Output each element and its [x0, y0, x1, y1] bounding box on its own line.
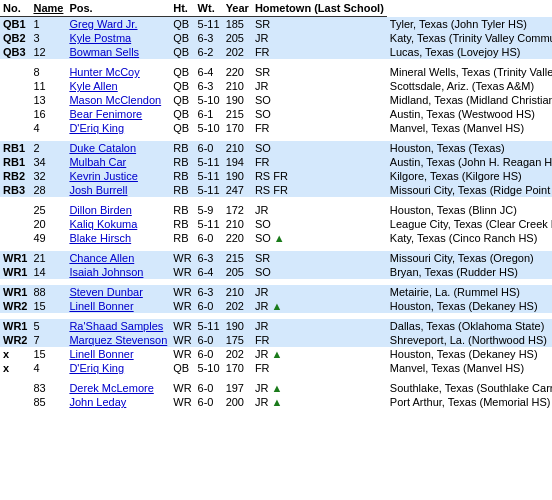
player-height: 5-11 [195, 217, 223, 231]
table-row: WR114Isaiah JohnsonWR6-4205SOBryan, Texa… [0, 265, 552, 279]
player-hometown: Katy, Texas (Trinity Valley Community Co… [387, 31, 552, 45]
player-name: Marquez Stevenson [66, 333, 170, 347]
player-number: 11 [30, 79, 66, 93]
player-hometown: Southlake, Texas (Southlake Carroll HS) [387, 381, 552, 395]
player-position: QB [170, 121, 194, 135]
player-position: RB [170, 183, 194, 197]
player-name: Bowman Sells [66, 45, 170, 59]
player-number: 85 [30, 395, 66, 409]
player-name: Derek McLemore [66, 381, 170, 395]
table-row: QB23Kyle PostmaQB6-3205JRKaty, Texas (Tr… [0, 31, 552, 45]
player-height: 5-11 [195, 319, 223, 333]
player-name: Kyle Postma [66, 31, 170, 45]
player-position: WR [170, 395, 194, 409]
player-weight: 202 [223, 45, 252, 59]
group-label [0, 79, 30, 93]
player-hometown: Houston, Texas (Dekaney HS) [387, 347, 552, 361]
player-year: JR ▲ [252, 381, 387, 395]
player-height: 6-4 [195, 265, 223, 279]
player-hometown: Tyler, Texas (John Tyler HS) [387, 17, 552, 32]
table-row: 20Kaliq KokumaRB5-11210SOLeague City, Te… [0, 217, 552, 231]
player-hometown: Houston, Texas (Blinn JC) [387, 203, 552, 217]
player-weight: 215 [223, 107, 252, 121]
player-year: SO [252, 141, 387, 155]
arrow-icon: ▲ [274, 232, 285, 244]
col-header-no: No. [0, 0, 30, 17]
group-label: RB2 [0, 169, 30, 183]
group-label [0, 381, 30, 395]
col-header-wt: Wt. [195, 0, 223, 17]
player-year: FR [252, 155, 387, 169]
player-position: RB [170, 169, 194, 183]
player-height: 6-3 [195, 285, 223, 299]
player-year: SR [252, 251, 387, 265]
table-row: WR15Ra'Shaad SamplesWR5-11190JRDallas, T… [0, 319, 552, 333]
player-name: Kyle Allen [66, 79, 170, 93]
player-weight: 210 [223, 217, 252, 231]
table-row: RB328Josh BurrellRB5-11247RS FRMissouri … [0, 183, 552, 197]
player-year: SO [252, 107, 387, 121]
player-name: Isaiah Johnson [66, 265, 170, 279]
player-height: 5-9 [195, 203, 223, 217]
player-number: 12 [30, 45, 66, 59]
player-hometown: Austin, Texas (Westwood HS) [387, 107, 552, 121]
group-label: WR1 [0, 285, 30, 299]
player-height: 6-3 [195, 31, 223, 45]
player-number: 8 [30, 65, 66, 79]
player-hometown: Shreveport, La. (Northwood HS) [387, 333, 552, 347]
col-header-name: Name [30, 0, 66, 17]
player-year: SR [252, 65, 387, 79]
player-position: WR [170, 333, 194, 347]
player-position: RB [170, 217, 194, 231]
player-position: QB [170, 45, 194, 59]
player-hometown: Metairie, La. (Rummel HS) [387, 285, 552, 299]
player-hometown: League City, Texas (Clear Creek HS) [387, 217, 552, 231]
player-year: FR [252, 333, 387, 347]
player-weight: 200 [223, 395, 252, 409]
player-height: 6-3 [195, 79, 223, 93]
table-row: 85John LedayWR6-0200JR ▲Port Arthur, Tex… [0, 395, 552, 409]
player-height: 5-11 [195, 169, 223, 183]
player-name: Josh Burrell [66, 183, 170, 197]
table-row: RB12Duke CatalonRB6-0210SOHouston, Texas… [0, 141, 552, 155]
table-row: 4D'Eriq KingQB5-10170FRManvel, Texas (Ma… [0, 121, 552, 135]
col-header-pos: Pos. [66, 0, 170, 17]
player-position: QB [170, 93, 194, 107]
player-position: WR [170, 381, 194, 395]
col-header-home: Hometown (Last School) [252, 0, 387, 17]
player-name: Greg Ward Jr. [66, 17, 170, 32]
player-name: D'Eriq King [66, 361, 170, 375]
arrow-icon: ▲ [271, 348, 282, 360]
group-label: QB2 [0, 31, 30, 45]
table-row: x15Linell BonnerWR6-0202JR ▲Houston, Tex… [0, 347, 552, 361]
group-label [0, 203, 30, 217]
group-label [0, 395, 30, 409]
player-number: 83 [30, 381, 66, 395]
player-height: 5-10 [195, 93, 223, 107]
player-height: 5-11 [195, 155, 223, 169]
table-row: 25Dillon BirdenRB5-9172JRHouston, Texas … [0, 203, 552, 217]
player-year: JR ▲ [252, 395, 387, 409]
table-row: QB312Bowman SellsQB6-2202FRLucas, Texas … [0, 45, 552, 59]
group-label [0, 107, 30, 121]
player-height: 6-0 [195, 395, 223, 409]
player-number: 2 [30, 141, 66, 155]
player-height: 6-0 [195, 333, 223, 347]
player-weight: 190 [223, 319, 252, 333]
player-weight: 175 [223, 333, 252, 347]
table-row: 49Blake HirschRB6-0220SO ▲Katy, Texas (C… [0, 231, 552, 245]
player-year: SO [252, 217, 387, 231]
player-position: WR [170, 347, 194, 361]
player-height: 5-10 [195, 121, 223, 135]
player-number: 21 [30, 251, 66, 265]
player-year: FR [252, 361, 387, 375]
player-height: 6-0 [195, 381, 223, 395]
player-year: JR [252, 285, 387, 299]
table-row: RB232Kevrin JusticeRB5-11190RS FRKilgore… [0, 169, 552, 183]
player-name: Steven Dunbar [66, 285, 170, 299]
table-row: 11Kyle AllenQB6-3210JRScottsdale, Ariz. … [0, 79, 552, 93]
player-position: WR [170, 319, 194, 333]
group-label [0, 121, 30, 135]
player-hometown: Kilgore, Texas (Kilgore HS) [387, 169, 552, 183]
player-height: 6-0 [195, 299, 223, 313]
